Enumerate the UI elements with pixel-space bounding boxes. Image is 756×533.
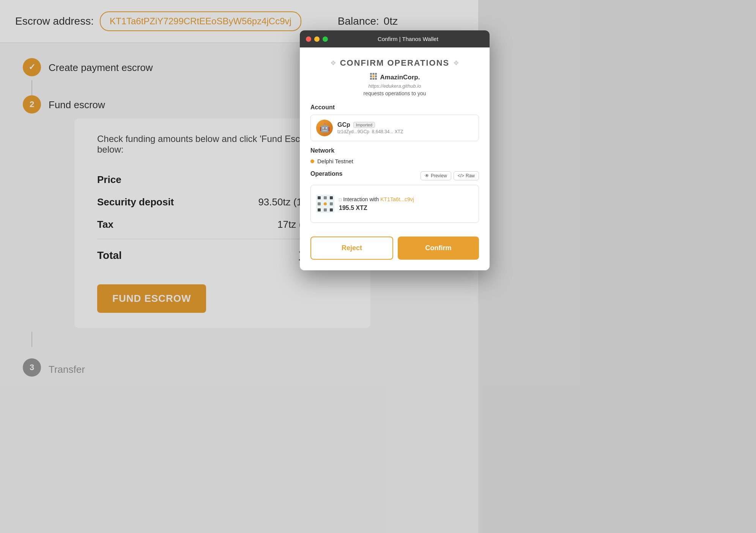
svg-rect-0 — [370, 73, 372, 75]
account-name: GCp — [337, 121, 350, 128]
svg-rect-16 — [318, 208, 321, 211]
app-grid-icon — [370, 73, 377, 82]
modal-titlebar: Confirm | Thanos Wallet — [300, 30, 490, 47]
traffic-lights — [306, 36, 328, 42]
account-card: 🤖 GCp Imported tz1dZyd...9GCp 8,648.34..… — [310, 115, 479, 141]
network-row: Delphi Testnet — [310, 158, 479, 164]
svg-rect-8 — [375, 78, 377, 80]
account-section-label: Account — [310, 104, 479, 111]
svg-rect-2 — [375, 73, 377, 75]
close-button[interactable] — [306, 36, 311, 42]
network-section-label: Network — [310, 147, 479, 154]
app-requests: requests operations to you — [310, 90, 479, 96]
eye-icon: 👁 — [425, 173, 429, 178]
minimize-button[interactable] — [314, 36, 320, 42]
account-address: tz1dZyd...9GCp 8,648.34... XTZ — [337, 129, 473, 134]
operations-header: Operations 👁 Preview </> Raw — [310, 170, 479, 181]
svg-rect-18 — [330, 208, 333, 211]
reject-button[interactable]: Reject — [310, 237, 393, 260]
modal-overlay: Confirm | Thanos Wallet ❖ CONFIRM OPERAT… — [0, 0, 756, 533]
svg-rect-17 — [324, 208, 327, 211]
confirm-button[interactable]: Confirm — [398, 237, 479, 260]
modal-footer: Reject Confirm — [300, 229, 490, 270]
operation-title: □ Interaction with KT1Ta6t...c9vj — [339, 196, 473, 202]
operations-section-label: Operations — [310, 170, 342, 177]
svg-rect-12 — [330, 196, 333, 199]
app-name: AmazinCorp. — [310, 73, 479, 82]
modal-body: ❖ CONFIRM OPERATIONS ❖ — [300, 47, 490, 223]
svg-rect-5 — [375, 76, 377, 77]
confirm-header: ❖ CONFIRM OPERATIONS ❖ — [310, 58, 479, 68]
svg-rect-4 — [372, 76, 374, 77]
raw-button[interactable]: </> Raw — [454, 171, 479, 180]
imported-badge: Imported — [353, 122, 375, 128]
svg-rect-11 — [324, 196, 327, 199]
svg-rect-7 — [372, 78, 374, 80]
modal-title: Confirm | Thanos Wallet — [332, 36, 484, 42]
thanos-wallet-modal: Confirm | Thanos Wallet ❖ CONFIRM OPERAT… — [300, 30, 490, 270]
svg-rect-13 — [318, 202, 321, 205]
svg-rect-15 — [330, 202, 333, 205]
operation-contract[interactable]: KT1Ta6t...c9vj — [380, 196, 414, 202]
preview-button[interactable]: 👁 Preview — [421, 171, 451, 180]
svg-rect-3 — [370, 76, 372, 77]
app-url: https://edukera.github.io — [310, 83, 479, 89]
svg-rect-14 — [324, 202, 327, 205]
operations-buttons: 👁 Preview </> Raw — [421, 171, 479, 180]
svg-rect-10 — [318, 196, 321, 199]
operation-amount: 195.5 XTZ — [339, 205, 473, 211]
network-status-dot — [310, 159, 314, 163]
network-name: Delphi Testnet — [317, 158, 353, 164]
app-info: AmazinCorp. https://edukera.github.io re… — [310, 73, 479, 96]
svg-rect-6 — [370, 78, 372, 80]
interaction-label: □ Interaction with KT1Ta6t...c9vj — [339, 196, 414, 202]
account-avatar: 🤖 — [316, 120, 333, 136]
operation-card: □ Interaction with KT1Ta6t...c9vj 195.5 … — [310, 185, 479, 223]
confirm-title: CONFIRM OPERATIONS — [340, 58, 450, 68]
diamond-right-icon: ❖ — [453, 59, 459, 67]
code-icon: </> — [458, 173, 464, 178]
svg-rect-1 — [372, 73, 374, 75]
account-details: GCp Imported tz1dZyd...9GCp 8,648.34... … — [337, 121, 473, 134]
operation-details: □ Interaction with KT1Ta6t...c9vj 195.5 … — [339, 196, 473, 211]
maximize-button[interactable] — [323, 36, 328, 42]
account-name-row: GCp Imported — [337, 121, 473, 128]
operation-identicon — [316, 195, 334, 213]
diamond-left-icon: ❖ — [330, 59, 336, 67]
